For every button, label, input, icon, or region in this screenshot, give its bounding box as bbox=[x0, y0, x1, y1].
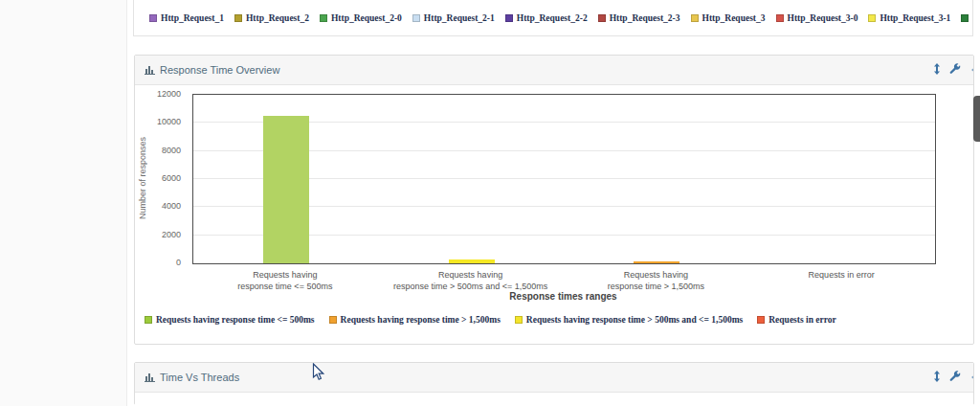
legend-item[interactable]: Http_Request_2-2 bbox=[505, 13, 588, 23]
chart-area: Number of responses 02000400060008000100… bbox=[135, 85, 973, 346]
legend-label: Requests having response time > 1,500ms bbox=[341, 315, 501, 325]
legend-label: Requests having response time > 500ms an… bbox=[526, 315, 743, 325]
legend-swatch bbox=[145, 316, 152, 324]
bar-chart-icon bbox=[145, 65, 155, 75]
range-legend: Requests having response time <= 500msRe… bbox=[145, 315, 836, 325]
legend-item[interactable]: Requests having response time <= 500ms bbox=[145, 315, 315, 325]
legend-label: Http_Request_2-2 bbox=[517, 13, 588, 23]
y-tick-label: 0 bbox=[176, 258, 181, 267]
legend-label: Http_Request_3-2 bbox=[972, 13, 973, 23]
legend-item[interactable]: Http_Request_3-2 bbox=[961, 13, 973, 23]
legend-label: Http_Request_3-1 bbox=[880, 13, 950, 23]
y-tick-label: 2000 bbox=[162, 230, 181, 239]
legend-item[interactable]: Requests having response time > 1,500ms bbox=[329, 315, 501, 325]
y-tick-label: 8000 bbox=[162, 146, 181, 155]
panel-body bbox=[135, 393, 973, 405]
legend-label: Http_Request_3 bbox=[702, 13, 766, 23]
legend-label: Requests in error bbox=[768, 315, 836, 325]
legend-swatch bbox=[412, 14, 420, 22]
legend-label: Requests having response time <= 500ms bbox=[156, 315, 315, 325]
legend-item[interactable]: Http_Request_1 bbox=[149, 13, 224, 23]
legend-swatch bbox=[505, 14, 513, 22]
chart-bar bbox=[449, 259, 495, 263]
legend-swatch bbox=[329, 316, 337, 324]
legend-item[interactable]: Http_Request_3-0 bbox=[776, 13, 858, 23]
expand-icon[interactable] bbox=[933, 369, 941, 386]
x-axis-title: Response times ranges bbox=[192, 291, 934, 302]
legend-swatch bbox=[868, 14, 876, 22]
panel-title: Time Vs Threads bbox=[160, 372, 239, 383]
legend-item[interactable]: Http_Request_2-0 bbox=[320, 13, 402, 23]
legend-swatch bbox=[757, 316, 765, 324]
time-vs-threads-panel: Time Vs Threads bbox=[134, 362, 974, 405]
panel-header[interactable]: Response Time Overview bbox=[135, 56, 973, 85]
expand-icon[interactable] bbox=[933, 61, 941, 79]
bar-chart-icon bbox=[145, 372, 155, 382]
legend-swatch bbox=[776, 14, 784, 22]
wrench-icon[interactable] bbox=[949, 369, 961, 386]
y-tick-label: 6000 bbox=[162, 173, 181, 183]
legend-label: Http_Request_1 bbox=[161, 13, 224, 23]
legend-label: Http_Request_2-1 bbox=[424, 13, 495, 23]
y-tick-label: 4000 bbox=[162, 201, 181, 211]
legend-item[interactable]: Requests having response time > 500ms an… bbox=[515, 315, 743, 325]
clipped-icon[interactable] bbox=[969, 369, 973, 386]
legend-item[interactable]: Http_Request_3-1 bbox=[868, 13, 950, 23]
y-tick-label: 12000 bbox=[157, 89, 181, 99]
legend-swatch bbox=[515, 316, 523, 324]
legend-item[interactable]: Requests in error bbox=[757, 315, 836, 325]
x-category-label: Requests in error bbox=[731, 269, 951, 281]
legend-swatch bbox=[149, 14, 157, 22]
scrollbar-thumb[interactable] bbox=[973, 96, 980, 142]
plot-area bbox=[192, 94, 936, 264]
legend-label: Http_Request_2-3 bbox=[610, 13, 680, 23]
legend-item[interactable]: Http_Request_3 bbox=[691, 13, 766, 23]
y-axis-ticks: 020004000600080001000012000 bbox=[135, 94, 189, 262]
report-content: Http_Request_1Http_Request_2Http_Request… bbox=[127, 0, 980, 406]
legend-swatch bbox=[961, 14, 969, 22]
chart-bar bbox=[634, 261, 679, 263]
transactions-legend: Http_Request_1Http_Request_2Http_Request… bbox=[133, 0, 973, 36]
response-time-overview-panel: Response Time Overview Number of respons… bbox=[134, 55, 974, 345]
legend-swatch bbox=[320, 14, 327, 22]
clipped-icon[interactable] bbox=[969, 61, 973, 79]
legend-label: Http_Request_3-0 bbox=[788, 13, 858, 23]
legend-item[interactable]: Http_Request_2-1 bbox=[412, 13, 495, 23]
left-gutter bbox=[0, 0, 127, 406]
y-tick-label: 10000 bbox=[157, 117, 181, 126]
wrench-icon[interactable] bbox=[949, 61, 961, 79]
panel-header[interactable]: Time Vs Threads bbox=[135, 363, 973, 393]
mouse-cursor bbox=[312, 363, 324, 382]
legend-item[interactable]: Http_Request_2-3 bbox=[598, 13, 680, 23]
panel-title: Response Time Overview bbox=[160, 64, 279, 76]
legend-label: Http_Request_2-0 bbox=[331, 13, 402, 23]
legend-label: Http_Request_2 bbox=[246, 13, 309, 23]
legend-swatch bbox=[691, 14, 699, 22]
legend-swatch bbox=[598, 14, 606, 22]
legend-swatch bbox=[234, 14, 242, 22]
legend-item[interactable]: Http_Request_2 bbox=[234, 13, 309, 23]
chart-bar bbox=[263, 116, 309, 263]
